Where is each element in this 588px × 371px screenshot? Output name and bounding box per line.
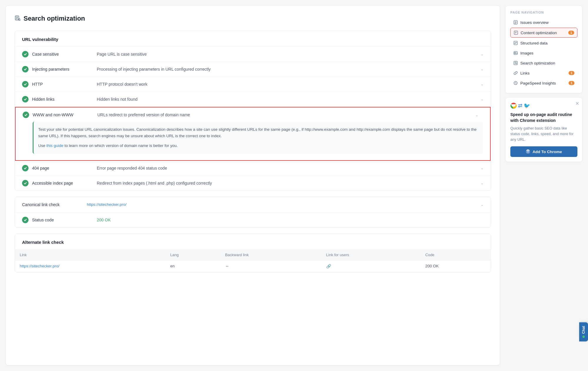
sidebar-item-search-optimization[interactable]: Search optimization — [510, 58, 577, 68]
arrow-icon: ⇄ — [518, 102, 522, 109]
link-icon — [513, 71, 518, 75]
check-row-status-code[interactable]: Status code 200 OK — [15, 213, 491, 227]
chat-dot — [582, 336, 585, 338]
sidebar-item-structured-data[interactable]: Structured data — [510, 38, 577, 48]
col-link: Link — [15, 250, 166, 260]
check-desc-404: Error page responded 404 status code — [97, 166, 476, 170]
svg-rect-10 — [514, 31, 518, 34]
search-icon — [513, 61, 518, 65]
url-vulnerability-title: URL vulnerability — [15, 31, 491, 47]
check-label-http: HTTP — [32, 82, 91, 87]
page-header-icon — [15, 15, 21, 22]
check-label-accessible-index: Accessible index page — [32, 181, 91, 186]
check-row-hidden-links[interactable]: Hidden links Hidden links not found ⌄ — [15, 92, 491, 107]
col-backward: Backward link — [220, 250, 322, 260]
check-row-injecting-params[interactable]: Injecting parameters Processing of injec… — [15, 62, 491, 77]
status-ok-value: 200 OK — [97, 218, 111, 222]
check-row-accessible-index[interactable]: Accessible index page Redirect from inde… — [15, 176, 491, 191]
badge-links: 1 — [569, 71, 574, 75]
svg-point-4 — [18, 19, 20, 20]
alt-lang: en — [166, 260, 221, 272]
check-icon-injecting-params — [22, 66, 29, 72]
chevron-down-icon: ⌄ — [476, 203, 484, 207]
alt-link[interactable]: https://sitechecker.pro/ — [20, 264, 59, 268]
check-row-http[interactable]: HTTP HTTP protocol doesn't work ⌄ — [15, 77, 491, 92]
close-button[interactable]: ✕ — [575, 101, 579, 106]
check-label-hidden-links: Hidden links — [32, 97, 91, 102]
speed-icon — [513, 81, 518, 85]
check-label-injecting-params: Injecting parameters — [32, 67, 91, 72]
check-icon-http — [22, 81, 29, 87]
alternate-table: Link Lang Backward link Link for users C… — [15, 250, 491, 272]
sidebar-label-links: Links — [520, 71, 566, 75]
chrome-card-icons: ⇄ 🐦 — [510, 102, 577, 109]
check-row-www-non-www[interactable]: WWW and non-WWW URLs redirect to preferr… — [15, 107, 491, 161]
chrome-card-desc: Quickly gather basic SEO data like statu… — [510, 126, 577, 142]
canonical-header[interactable]: Canonical link check https://sitechecker… — [15, 197, 491, 213]
col-lang: Lang — [166, 250, 221, 260]
alt-backward: ↔ — [220, 260, 322, 272]
alt-users: 🔗 — [322, 260, 421, 272]
svg-line-5 — [20, 20, 20, 21]
svg-rect-16 — [514, 61, 517, 65]
sidebar-label-images: Images — [520, 51, 574, 55]
sidebar-item-images[interactable]: Images — [510, 48, 577, 58]
chevron-down-icon: ⌄ — [476, 52, 484, 56]
check-label-www-non-www: WWW and non-WWW — [33, 112, 91, 117]
sidebar-item-links[interactable]: Links 1 — [510, 68, 577, 78]
svg-point-21 — [513, 105, 515, 107]
alt-code: 200 OK — [421, 260, 491, 272]
this-guide-link[interactable]: this guide — [46, 143, 64, 148]
chrome-card-title: Speed up on-page audit routine with Chro… — [510, 112, 577, 123]
chevron-down-icon: ⌄ — [476, 97, 484, 101]
data-icon — [513, 41, 518, 45]
check-icon-case-sensitive — [22, 51, 29, 57]
sidebar-label-structured-data: Structured data — [520, 41, 574, 45]
canonical-link[interactable]: https://sitechecker.pro/ — [87, 202, 126, 207]
table-row: https://sitechecker.pro/ en ↔ 🔗 200 OK — [15, 260, 491, 272]
sidebar-label-search-optimization: Search optimization — [520, 61, 574, 65]
chat-button[interactable]: Chat — [579, 322, 588, 342]
chat-label: Chat — [582, 326, 586, 334]
sidebar-item-issues-overview[interactable]: Issues overview — [510, 18, 577, 27]
sidebar-item-pagespeed[interactable]: PageSpeed Insights 1 — [510, 78, 577, 88]
chevron-down-icon: ⌄ — [476, 166, 484, 170]
add-to-chrome-button[interactable]: Add To Chrome — [510, 146, 577, 157]
alternate-section: Alternate link check Link Lang Backward … — [15, 233, 491, 273]
check-desc-hidden-links: Hidden links not found — [97, 97, 476, 102]
expanded-text-2: Use this guide to learn more on which ve… — [38, 143, 478, 149]
image-icon — [513, 51, 518, 55]
check-row-404[interactable]: 404 page Error page responded 404 status… — [15, 161, 491, 176]
badge-content-optimization: 1 — [568, 31, 574, 35]
svg-rect-14 — [514, 52, 517, 54]
svg-line-18 — [516, 64, 517, 64]
check-desc-accessible-index: Redirect from index pages (.html and .ph… — [97, 181, 476, 186]
alternate-title: Alternate link check — [15, 234, 491, 250]
chevron-up-icon: ⌃ — [475, 113, 483, 117]
bird-icon: 🐦 — [524, 102, 530, 109]
sidebar-nav: Page navigation Issues overview — [506, 6, 582, 93]
svg-point-17 — [515, 62, 517, 64]
sidebar-label-pagespeed: PageSpeed Insights — [520, 81, 566, 85]
col-users: Link for users — [322, 250, 421, 260]
check-icon-www-non-www — [23, 112, 29, 118]
check-icon-accessible-index — [22, 180, 29, 186]
check-icon-404 — [22, 165, 29, 171]
add-chrome-label: Add To Chrome — [532, 150, 562, 154]
badge-pagespeed: 1 — [569, 81, 574, 85]
chrome-icon — [510, 102, 517, 109]
sidebar-label-content-optimization: Content optimization — [521, 31, 566, 35]
chevron-down-icon: ⌄ — [476, 181, 484, 185]
expanded-text-1: Test your site for potential URL canonic… — [38, 126, 478, 139]
sidebar-item-content-optimization[interactable]: Content optimization 1 — [510, 28, 577, 38]
chevron-down-icon: ⌄ — [476, 67, 484, 71]
canonical-section: Canonical link check https://sitechecker… — [15, 197, 491, 228]
col-code: Code — [421, 250, 491, 260]
check-label-404: 404 page — [32, 166, 91, 170]
www-non-www-expanded-content: Test your site for potential URL canonic… — [33, 122, 483, 154]
canonical-title: Canonical link check — [22, 202, 81, 207]
check-desc-injecting-params: Processing of injecting parameters in UR… — [97, 67, 476, 72]
check-label-status-code: Status code — [32, 218, 91, 222]
check-row-case-sensitive[interactable]: Case sensitive Page URL is case sensitiv… — [15, 47, 491, 62]
page-header: Search optimization — [15, 15, 491, 22]
